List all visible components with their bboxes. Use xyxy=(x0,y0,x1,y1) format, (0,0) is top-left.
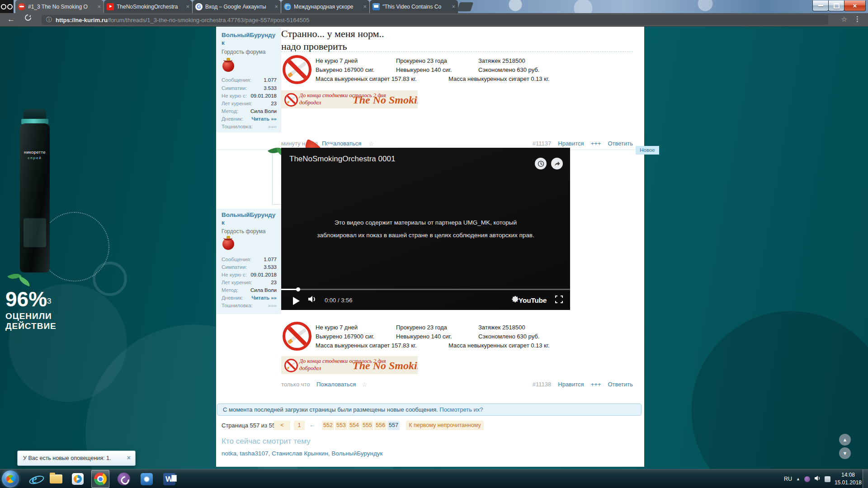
taskbar-word-button[interactable]: W xyxy=(160,470,178,488)
counter-cell: Сэкономлено 630 руб. xyxy=(478,333,539,341)
taskbar-app-button[interactable] xyxy=(137,470,156,488)
star-icon[interactable]: ☆ xyxy=(368,140,374,147)
stat-label: Не курю с: xyxy=(222,272,247,277)
tab-youtube[interactable]: TheNoSmokingOrchestra × xyxy=(104,0,192,13)
first-unread-button[interactable]: К первому непрочитанному xyxy=(406,421,484,430)
plus-link[interactable]: +++ xyxy=(591,381,601,388)
tab-close-icon[interactable]: × xyxy=(274,4,278,9)
star-icon[interactable]: ☆ xyxy=(362,381,368,388)
reply-link[interactable]: Ответить xyxy=(608,381,633,388)
minimize-button[interactable] xyxy=(812,0,829,11)
counter-cell: Масса невыкуренных сигарет 0.13 кг. xyxy=(448,75,550,84)
screen: × #1_3 The No Smoking O × TheNoSmokingOr… xyxy=(0,0,868,488)
scroll-up-button[interactable]: ▲ xyxy=(839,434,851,446)
language-indicator[interactable]: RU xyxy=(784,476,792,482)
stat-value: Сила Воли xyxy=(250,287,277,293)
address-bar[interactable]: ⓘ https://ne-kurim.ru/forum/threads/1_3-… xyxy=(42,15,828,25)
stat-label: Дневник: xyxy=(222,295,243,300)
volume-icon[interactable] xyxy=(307,295,317,305)
viewers-names[interactable]: notka, tasha3107, Станислав Крынкин, Вол… xyxy=(222,450,382,457)
tab-forum[interactable]: #1_3 The No Smoking O × xyxy=(15,0,104,13)
like-link[interactable]: Нравится xyxy=(558,381,584,388)
page-info-icon[interactable]: ⓘ xyxy=(46,16,52,24)
tab-close-icon[interactable]: × xyxy=(363,4,367,9)
stat-label: Лет курения: xyxy=(222,101,252,106)
tab-video-contains[interactable]: "This Video Contains Co × xyxy=(370,0,458,13)
page-button[interactable]: 552 xyxy=(322,421,334,430)
counter-cell: Сэкономлено 630 руб. xyxy=(478,66,539,75)
signature-banner[interactable]: До конца стодневки осталось 2 дня доброд… xyxy=(281,356,418,374)
tray-expand-icon[interactable]: ▲ xyxy=(796,477,800,481)
no-smoking-icon xyxy=(284,93,298,107)
watch-later-icon[interactable] xyxy=(535,158,547,169)
counter-cell: Не курю 7 дней xyxy=(316,57,358,66)
taskbar: e W RU ▲ 14:08 15.01.2018 xyxy=(0,469,868,488)
signature-line2: добродел xyxy=(299,365,321,372)
tab-close-icon[interactable]: × xyxy=(97,4,101,9)
prev-page-button[interactable]: < xyxy=(274,421,290,430)
current-page-button[interactable]: 557 xyxy=(387,421,400,430)
taskbar-mediaplayer-button[interactable] xyxy=(69,470,87,488)
like-link[interactable]: Нравится xyxy=(558,140,584,147)
page-button-1[interactable]: 1 xyxy=(294,421,305,430)
taskbar-explorer-button[interactable] xyxy=(47,470,65,488)
stat-value: 3.533 xyxy=(264,264,277,270)
counter-cell: Масса выкуренных сигарет 157.83 кг. xyxy=(316,75,417,84)
tab-close-icon[interactable]: × xyxy=(452,4,455,9)
stat-label: Сообщения: xyxy=(222,77,251,83)
reply-link[interactable]: Ответить xyxy=(608,140,633,147)
page-button[interactable]: 555 xyxy=(361,421,373,430)
plus-link[interactable]: +++ xyxy=(591,140,601,147)
username-link[interactable]: ВольныйБурундук xyxy=(222,32,277,47)
tray-volume-icon[interactable] xyxy=(814,475,821,483)
taskbar-clock[interactable]: 14:08 15.01.2018 xyxy=(835,471,862,487)
taskbar-ie-button[interactable]: e xyxy=(25,470,43,488)
report-link[interactable]: Пожаловаться xyxy=(316,381,356,388)
toast-close-icon[interactable]: × xyxy=(127,454,131,461)
tab-international[interactable]: Международная ускоре × xyxy=(281,0,369,13)
video-progress-bar[interactable] xyxy=(281,289,570,290)
scroll-down-button[interactable]: ▼ xyxy=(839,447,851,459)
taskbar-chrome-button[interactable] xyxy=(91,470,109,488)
tray-network-icon[interactable] xyxy=(825,476,830,482)
back-icon[interactable]: ← xyxy=(7,14,15,24)
youtube-favicon xyxy=(107,3,114,10)
tab-close-icon[interactable]: × xyxy=(186,4,189,9)
post-text: Странно... у меня норм.. xyxy=(281,28,384,40)
forum-content: ВольныйБурундук Гордость форума Сообщени… xyxy=(216,27,644,467)
page-button[interactable]: 554 xyxy=(348,421,360,430)
browser-toolbar: ← ⓘ https://ne-kurim.ru/forum/threads/1_… xyxy=(0,13,868,27)
taskbar-viber-button[interactable] xyxy=(115,470,133,488)
new-post-badge: Новое xyxy=(636,146,659,155)
youtube-embed[interactable]: TheNoSmokingOrchestra 0001 Это видео сод… xyxy=(281,148,570,310)
show-desktop-button[interactable] xyxy=(863,469,868,488)
menu-dots-icon[interactable]: ⋮ xyxy=(854,15,861,23)
share-icon[interactable] xyxy=(551,158,563,169)
video-title[interactable]: TheNoSmokingOrchestra 0001 xyxy=(289,155,395,164)
signature-divider xyxy=(281,52,633,52)
ad-line2: ДЕЙСТВИЕ xyxy=(5,321,57,331)
tray-viber-icon[interactable] xyxy=(804,476,810,482)
fullscreen-icon[interactable] xyxy=(555,296,563,305)
notification-toast[interactable]: У Вас есть новые оповещения: 1. × xyxy=(17,450,136,466)
diary-link[interactable]: Читать »» xyxy=(251,116,277,122)
view-new-messages-link[interactable]: Посмотреть их? xyxy=(439,406,483,413)
signature-banner[interactable]: До конца стодневки осталось 2 дня доброд… xyxy=(281,90,418,108)
diary-link[interactable]: Читать »» xyxy=(251,295,277,300)
close-button[interactable]: × xyxy=(844,0,866,11)
restore-button[interactable] xyxy=(828,0,844,11)
stat-link[interactable]: »»» xyxy=(268,124,277,129)
stat-label: Не курю с: xyxy=(222,93,247,99)
start-button[interactable] xyxy=(2,470,19,488)
tab-google-login[interactable]: G Вход – Google Аккаунты × xyxy=(193,0,281,13)
stat-link[interactable]: »»» xyxy=(268,303,277,308)
play-icon[interactable] xyxy=(293,297,300,305)
page-button[interactable]: 553 xyxy=(335,421,347,430)
blocked-message-line1: Это видео содержит материалы от партнера… xyxy=(281,219,570,226)
youtube-logo[interactable]: YouTube xyxy=(519,296,547,305)
page-button[interactable]: 556 xyxy=(374,421,387,430)
bookmark-star-icon[interactable]: ☆ xyxy=(841,15,847,23)
username-link[interactable]: ВольныйБурундук xyxy=(222,211,277,227)
windows-logo-icon xyxy=(6,475,14,483)
reload-icon[interactable] xyxy=(24,14,32,24)
